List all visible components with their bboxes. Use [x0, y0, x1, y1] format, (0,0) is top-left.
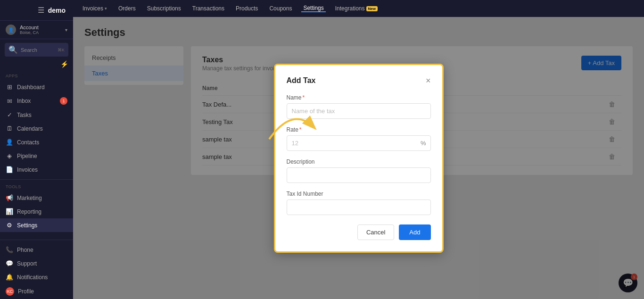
sidebar-item-label: Marketing [17, 195, 42, 201]
sidebar-item-label: Reporting [17, 208, 41, 215]
settings-icon: ⚙ [6, 222, 13, 229]
name-label: Name * [287, 94, 431, 101]
sidebar-item-label: Phone [17, 247, 33, 253]
rate-label-text: Rate [287, 126, 298, 133]
modal-title: Add Tax [287, 76, 316, 85]
search-bar[interactable]: 🔍 Search ⌘K [5, 43, 68, 57]
account-section[interactable]: 👤 Account Boise, CA ▾ [0, 21, 73, 39]
sidebar-item-label: Settings [17, 222, 37, 229]
modal-close-button[interactable]: × [426, 76, 431, 85]
sidebar-item-label: Calendars [17, 125, 43, 132]
pipeline-icon: ◈ [6, 152, 13, 159]
sidebar-item-inbox[interactable]: ✉ Inbox 1 [0, 94, 73, 108]
top-navigation: Invoices ▾ Orders Subscriptions Transact… [73, 0, 644, 17]
notifications-icon: 🔔 [6, 274, 13, 281]
sidebar-item-profile[interactable]: KC Profile [0, 284, 73, 299]
description-field-group: Description [287, 158, 431, 183]
invoices-icon: 📄 [6, 166, 13, 173]
add-tax-modal: Add Tax × Name * Rate * [274, 64, 444, 253]
sidebar-divider [0, 179, 73, 180]
nav-label: Orders [118, 5, 136, 12]
nav-item-subscriptions[interactable]: Subscriptions [145, 5, 183, 12]
sidebar-item-support[interactable]: 💬 Support [0, 257, 73, 270]
account-location: Boise, CA [20, 30, 39, 35]
tax-name-input[interactable] [287, 103, 431, 119]
rate-percent-suffix: % [421, 140, 426, 147]
nav-item-settings[interactable]: Settings [301, 5, 325, 12]
nav-label: Subscriptions [147, 5, 181, 12]
phone-icon: 📞 [6, 246, 13, 253]
sidebar-item-notifications[interactable]: 🔔 Notifications [0, 270, 73, 284]
tax-description-input[interactable] [287, 167, 431, 183]
sidebar-item-phone[interactable]: 📞 Phone [0, 243, 73, 257]
nav-label: Products [236, 5, 258, 12]
sidebar-toggle-icon[interactable]: ☰ [38, 6, 44, 15]
nav-item-integrations[interactable]: Integrations New [333, 5, 380, 12]
rate-label: Rate * [287, 126, 431, 133]
sidebar-item-label: Notifications [17, 274, 48, 281]
sidebar-item-label: Pipeline [17, 153, 37, 159]
app-logo-text: demo [48, 7, 66, 14]
search-label: Search [21, 47, 55, 53]
sidebar-item-calendars[interactable]: 🗓 Calendars [0, 122, 73, 135]
add-submit-button[interactable]: Add [399, 224, 430, 240]
rate-required-asterisk: * [299, 126, 302, 133]
sidebar-item-label: Inbox [17, 98, 31, 104]
sidebar-item-label: Profile [18, 288, 34, 295]
account-dropdown-arrow: ▾ [65, 27, 67, 33]
support-icon: 💬 [6, 260, 13, 267]
nav-label: Transactions [192, 5, 224, 12]
name-label-text: Name [287, 94, 302, 101]
dashboard-icon: ⊞ [6, 83, 13, 91]
rate-field-group: Rate * % [287, 126, 431, 151]
nav-label: Settings [303, 5, 323, 11]
bolt-icon: ⚡ [60, 60, 68, 68]
modal-footer: Cancel Add [287, 224, 431, 240]
sidebar-item-invoices[interactable]: 📄 Invoices [0, 163, 73, 176]
main-content: Invoices ▾ Orders Subscriptions Transact… [73, 0, 644, 299]
tools-section-label: Tools [0, 183, 73, 191]
sidebar-item-dashboard[interactable]: ⊞ Dashboard [0, 80, 73, 94]
account-info: Account Boise, CA [20, 25, 39, 35]
sidebar-bottom: 📞 Phone 💬 Support 🔔 Notifications KC Pro… [0, 237, 73, 299]
sidebar-item-reporting[interactable]: 📊 Reporting [0, 205, 73, 218]
sidebar-item-label: Support [17, 260, 37, 267]
inbox-icon: ✉ [6, 98, 13, 105]
account-name: Account [20, 25, 39, 30]
integrations-new-badge: New [366, 6, 378, 11]
nav-item-orders[interactable]: Orders [116, 5, 138, 12]
name-field-group: Name * [287, 94, 431, 119]
tax-id-number-input[interactable] [287, 199, 431, 215]
modal-header: Add Tax × [287, 76, 431, 85]
nav-item-transactions[interactable]: Transactions [190, 5, 226, 12]
marketing-icon: 📢 [6, 194, 13, 201]
page-body: Settings Receipts Taxes Taxes Manage tax… [73, 17, 644, 299]
tax-id-label: Tax Id Number [287, 191, 431, 197]
sidebar: ☰ demo 👤 Account Boise, CA ▾ 🔍 Search ⌘K… [0, 0, 73, 299]
description-label-text: Description [287, 158, 315, 165]
calendars-icon: 🗓 [6, 125, 13, 132]
tax-id-label-text: Tax Id Number [287, 191, 323, 197]
tax-rate-input[interactable] [287, 135, 431, 151]
description-label: Description [287, 158, 431, 165]
rate-input-wrapper: % [287, 135, 431, 151]
name-required-asterisk: * [303, 94, 305, 101]
sidebar-item-label: Dashboard [17, 84, 45, 91]
sidebar-item-marketing[interactable]: 📢 Marketing [0, 191, 73, 205]
cancel-button[interactable]: Cancel [357, 224, 394, 240]
nav-item-products[interactable]: Products [234, 5, 260, 12]
sidebar-bottom-divider [0, 240, 73, 240]
inbox-badge: 1 [60, 97, 67, 105]
sidebar-item-label: Tasks [17, 112, 32, 118]
sidebar-item-label: Invoices [17, 166, 38, 173]
nav-item-invoices[interactable]: Invoices ▾ [81, 5, 109, 12]
sidebar-item-pipeline[interactable]: ◈ Pipeline [0, 149, 73, 163]
account-icon: 👤 [6, 25, 16, 35]
nav-label: Invoices [83, 5, 103, 12]
sidebar-item-tasks[interactable]: ✓ Tasks [0, 108, 73, 122]
profile-avatar: KC [6, 287, 14, 296]
sidebar-item-settings[interactable]: ⚙ Settings [0, 218, 73, 232]
contacts-icon: 👤 [6, 139, 13, 146]
sidebar-item-contacts[interactable]: 👤 Contacts [0, 135, 73, 149]
nav-item-coupons[interactable]: Coupons [267, 5, 294, 12]
